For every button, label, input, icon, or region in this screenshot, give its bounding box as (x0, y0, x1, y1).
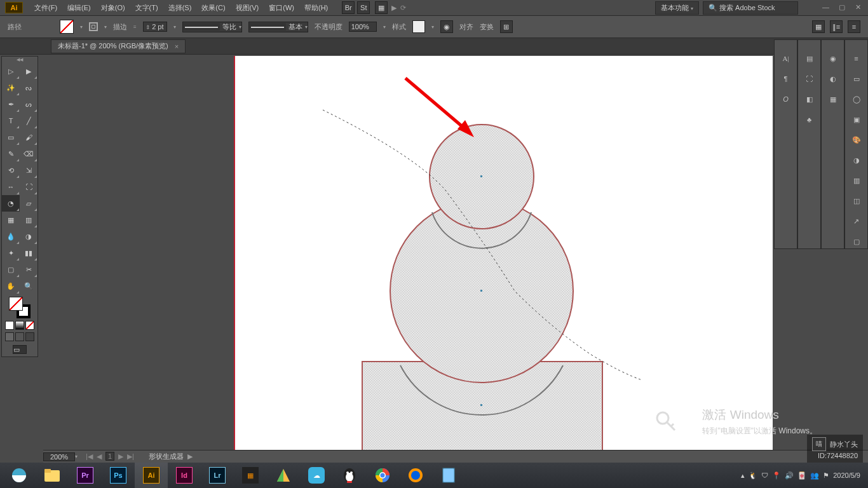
menu-select[interactable]: 选择(S) (163, 0, 197, 15)
tray-people-icon[interactable]: 👥 (810, 471, 819, 480)
pencil-tool[interactable]: ✎ (2, 146, 20, 162)
artboard-nav[interactable]: |◀◀ 1 ▶▶| (84, 452, 136, 461)
stock-search[interactable]: 🔍 搜索 Adobe Stock (703, 1, 798, 15)
opentype-panel-icon[interactable]: O (779, 92, 793, 106)
taskbar-qq[interactable] (333, 463, 366, 488)
tray-ime-icon[interactable]: 🀄 (797, 471, 806, 480)
status-menu-icon[interactable]: ▶ (187, 452, 193, 461)
taskbar-app2[interactable]: ☁ (300, 463, 333, 488)
tray-pin-icon[interactable]: 📍 (772, 471, 781, 480)
opacity-input[interactable]: 100% (349, 22, 377, 32)
properties-panel-icon[interactable]: ≡ (850, 51, 864, 65)
align-panel-icon[interactable]: ‖≡ (830, 20, 843, 33)
taskbar-app1[interactable] (267, 463, 300, 488)
taskbar-notes[interactable] (432, 463, 465, 488)
graph-tool[interactable]: ▮▮ (20, 245, 37, 261)
tray-qq-icon[interactable]: 🐧 (749, 471, 757, 480)
document-tab[interactable]: 未标题-1* @ 200% (RGB/像素预览) × (51, 39, 186, 53)
menu-effect[interactable]: 效果(C) (196, 0, 230, 15)
canvas-area[interactable] (43, 56, 773, 453)
brush-dropdown[interactable]: 基本▾ (248, 22, 308, 32)
grid-icon[interactable]: ▦ (812, 20, 825, 33)
curvature-tool[interactable]: ᔕ (20, 96, 37, 112)
close-button[interactable]: ✕ (855, 3, 864, 12)
menu-file[interactable]: 文件(F) (29, 0, 62, 15)
shape-builder-tool[interactable]: ◔ (2, 195, 20, 212)
maximize-button[interactable]: ▢ (839, 3, 848, 12)
close-tab-icon[interactable]: × (175, 43, 179, 50)
draw-normal[interactable] (5, 332, 14, 341)
symbol-sprayer-tool[interactable]: ✦ (2, 245, 20, 261)
zoom-level[interactable]: 200% (43, 452, 75, 461)
gradient-tool[interactable]: ▥ (20, 212, 37, 228)
slice-tool[interactable]: ✂ (20, 261, 37, 278)
transparency-panel-icon[interactable]: ◫ (850, 194, 864, 208)
menu-help[interactable]: 帮助(H) (299, 0, 333, 15)
screen-mode[interactable]: ▭ (13, 345, 27, 354)
character-panel-icon[interactable]: A| (779, 51, 793, 65)
stroke-panel-icon[interactable]: ◑ (850, 153, 864, 167)
stroke-menu-chevron[interactable]: ≡ (133, 24, 137, 30)
fill-swatch[interactable] (60, 20, 74, 34)
align-panel-icon2[interactable]: ▤ (803, 51, 817, 65)
draw-behind[interactable] (15, 332, 24, 341)
magic-wand-tool[interactable]: ✨ (2, 79, 20, 96)
profile-dropdown[interactable]: 等比▾ (182, 22, 242, 32)
tray-volume-icon[interactable]: 🔊 (785, 471, 794, 480)
lasso-tool[interactable]: ᔓ (20, 79, 37, 96)
arrange-icon[interactable]: ▦ (375, 1, 388, 14)
artboard-tool[interactable]: ▢ (2, 261, 20, 278)
pathfinder-panel-icon[interactable]: ◧ (803, 92, 817, 106)
direct-selection-tool[interactable]: ▶ (20, 63, 37, 79)
eraser-tool[interactable]: ⌫ (20, 146, 37, 162)
menu-type[interactable]: 文字(T) (130, 0, 163, 15)
graphic-styles-icon[interactable]: ▣ (850, 112, 864, 126)
zoom-chevron[interactable]: ▾ (75, 454, 78, 459)
eyedropper-tool[interactable]: 💧 (2, 228, 20, 245)
fill-color[interactable] (9, 297, 23, 311)
rotate-tool[interactable]: ⟲ (2, 162, 20, 179)
isolate-icon[interactable]: ⊞ (500, 20, 513, 33)
swatches-panel-icon[interactable]: ▦ (826, 92, 840, 106)
menu-window[interactable]: 窗口(W) (264, 0, 299, 15)
paintbrush-tool[interactable]: 🖌 (20, 129, 37, 146)
stroke-weight-input[interactable]: ⇕ 2 pt (143, 22, 167, 32)
menu-view[interactable]: 视图(V) (231, 0, 264, 15)
appearance-panel-icon[interactable]: ◯ (850, 92, 864, 106)
asset-export-icon[interactable]: ↗ (850, 214, 864, 228)
color-panel-icon[interactable]: 🎨 (850, 133, 864, 147)
sync-icon[interactable]: ⟳ (400, 4, 406, 12)
taskbar-indesign[interactable]: Id (168, 463, 201, 488)
draw-inside[interactable] (25, 332, 34, 341)
layers-panel-icon[interactable]: ▭ (850, 72, 864, 86)
menu-object[interactable]: 对象(O) (96, 0, 130, 15)
perspective-tool[interactable]: ▱ (20, 195, 37, 212)
system-tray[interactable]: ▴ 🐧 🛡 📍 🔊 🀄 👥 ⚑ 2020/5/9 (741, 471, 865, 480)
tray-chevron-icon[interactable]: ▴ (741, 471, 745, 480)
gpu-icon[interactable]: ▶ (391, 4, 397, 12)
blend-tool[interactable]: ◑ (20, 228, 37, 245)
taskbar-premiere[interactable]: Pr (69, 463, 102, 488)
zoom-tool[interactable]: 🔍 (20, 278, 37, 294)
mesh-tool[interactable]: ▦ (2, 212, 20, 228)
type-tool[interactable]: T (2, 112, 20, 129)
mini-swatch-fill[interactable] (5, 321, 14, 330)
symbols-panel-icon[interactable]: ♣ (803, 112, 817, 126)
panel-menu-icon[interactable]: ≡ (848, 20, 860, 33)
hand-tool[interactable]: ✋ (2, 278, 20, 294)
tray-flag-icon[interactable]: ⚑ (823, 471, 829, 480)
taskbar-lightroom[interactable]: Lr (201, 463, 234, 488)
fill-stroke-controls[interactable]: ▭ (2, 294, 37, 356)
width-tool[interactable]: ↔ (2, 179, 20, 195)
transform-panel-icon[interactable]: ⛶ (803, 72, 817, 86)
stock-icon[interactable]: St (357, 1, 370, 14)
menu-edit[interactable]: 编辑(E) (62, 0, 96, 15)
align-link[interactable]: 对齐 (459, 22, 473, 32)
style-swatch[interactable] (412, 20, 425, 33)
gradient-panel-icon[interactable]: ▥ (850, 173, 864, 187)
scale-tool[interactable]: ⇲ (20, 162, 37, 179)
mini-swatch-none[interactable] (25, 321, 34, 330)
mini-swatch-gradient[interactable] (15, 321, 24, 330)
rectangle-tool[interactable]: ▭ (2, 129, 20, 146)
free-transform-tool[interactable]: ⛶ (20, 179, 37, 195)
